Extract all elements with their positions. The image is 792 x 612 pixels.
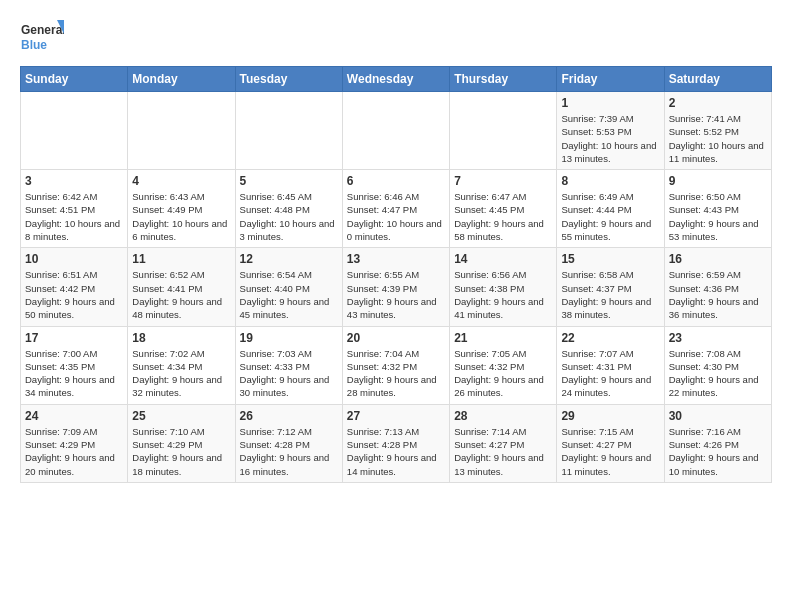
calendar-cell: 19Sunrise: 7:03 AM Sunset: 4:33 PM Dayli… — [235, 326, 342, 404]
calendar-cell: 26Sunrise: 7:12 AM Sunset: 4:28 PM Dayli… — [235, 404, 342, 482]
calendar-cell — [235, 92, 342, 170]
day-number: 4 — [132, 174, 230, 188]
weekday-header-thursday: Thursday — [450, 67, 557, 92]
calendar-cell: 18Sunrise: 7:02 AM Sunset: 4:34 PM Dayli… — [128, 326, 235, 404]
day-number: 22 — [561, 331, 659, 345]
day-number: 8 — [561, 174, 659, 188]
weekday-header-row: SundayMondayTuesdayWednesdayThursdayFrid… — [21, 67, 772, 92]
weekday-header-monday: Monday — [128, 67, 235, 92]
day-info: Sunrise: 7:00 AM Sunset: 4:35 PM Dayligh… — [25, 347, 123, 400]
day-info: Sunrise: 6:46 AM Sunset: 4:47 PM Dayligh… — [347, 190, 445, 243]
calendar-cell: 5Sunrise: 6:45 AM Sunset: 4:48 PM Daylig… — [235, 170, 342, 248]
svg-text:Blue: Blue — [21, 38, 47, 52]
calendar-cell: 16Sunrise: 6:59 AM Sunset: 4:36 PM Dayli… — [664, 248, 771, 326]
week-row-5: 24Sunrise: 7:09 AM Sunset: 4:29 PM Dayli… — [21, 404, 772, 482]
weekday-header-tuesday: Tuesday — [235, 67, 342, 92]
day-number: 15 — [561, 252, 659, 266]
day-number: 24 — [25, 409, 123, 423]
day-info: Sunrise: 7:39 AM Sunset: 5:53 PM Dayligh… — [561, 112, 659, 165]
calendar-cell: 20Sunrise: 7:04 AM Sunset: 4:32 PM Dayli… — [342, 326, 449, 404]
day-number: 9 — [669, 174, 767, 188]
day-number: 18 — [132, 331, 230, 345]
day-info: Sunrise: 6:42 AM Sunset: 4:51 PM Dayligh… — [25, 190, 123, 243]
calendar-cell: 4Sunrise: 6:43 AM Sunset: 4:49 PM Daylig… — [128, 170, 235, 248]
calendar-cell: 30Sunrise: 7:16 AM Sunset: 4:26 PM Dayli… — [664, 404, 771, 482]
day-number: 13 — [347, 252, 445, 266]
day-info: Sunrise: 7:07 AM Sunset: 4:31 PM Dayligh… — [561, 347, 659, 400]
calendar-cell: 29Sunrise: 7:15 AM Sunset: 4:27 PM Dayli… — [557, 404, 664, 482]
day-info: Sunrise: 6:54 AM Sunset: 4:40 PM Dayligh… — [240, 268, 338, 321]
day-info: Sunrise: 6:59 AM Sunset: 4:36 PM Dayligh… — [669, 268, 767, 321]
day-number: 7 — [454, 174, 552, 188]
day-info: Sunrise: 7:16 AM Sunset: 4:26 PM Dayligh… — [669, 425, 767, 478]
calendar-cell: 3Sunrise: 6:42 AM Sunset: 4:51 PM Daylig… — [21, 170, 128, 248]
calendar-table: SundayMondayTuesdayWednesdayThursdayFrid… — [20, 66, 772, 483]
svg-text:General: General — [21, 23, 64, 37]
calendar-cell: 22Sunrise: 7:07 AM Sunset: 4:31 PM Dayli… — [557, 326, 664, 404]
weekday-header-saturday: Saturday — [664, 67, 771, 92]
day-number: 6 — [347, 174, 445, 188]
day-number: 1 — [561, 96, 659, 110]
calendar-cell: 11Sunrise: 6:52 AM Sunset: 4:41 PM Dayli… — [128, 248, 235, 326]
day-info: Sunrise: 6:45 AM Sunset: 4:48 PM Dayligh… — [240, 190, 338, 243]
day-info: Sunrise: 7:12 AM Sunset: 4:28 PM Dayligh… — [240, 425, 338, 478]
day-number: 30 — [669, 409, 767, 423]
calendar-cell: 15Sunrise: 6:58 AM Sunset: 4:37 PM Dayli… — [557, 248, 664, 326]
day-number: 11 — [132, 252, 230, 266]
day-number: 25 — [132, 409, 230, 423]
day-number: 10 — [25, 252, 123, 266]
day-number: 26 — [240, 409, 338, 423]
day-info: Sunrise: 7:03 AM Sunset: 4:33 PM Dayligh… — [240, 347, 338, 400]
page-container: General Blue SundayMondayTuesdayWednesda… — [0, 0, 792, 493]
day-info: Sunrise: 6:52 AM Sunset: 4:41 PM Dayligh… — [132, 268, 230, 321]
week-row-1: 1Sunrise: 7:39 AM Sunset: 5:53 PM Daylig… — [21, 92, 772, 170]
calendar-cell: 2Sunrise: 7:41 AM Sunset: 5:52 PM Daylig… — [664, 92, 771, 170]
calendar-cell: 8Sunrise: 6:49 AM Sunset: 4:44 PM Daylig… — [557, 170, 664, 248]
day-info: Sunrise: 7:09 AM Sunset: 4:29 PM Dayligh… — [25, 425, 123, 478]
week-row-2: 3Sunrise: 6:42 AM Sunset: 4:51 PM Daylig… — [21, 170, 772, 248]
day-info: Sunrise: 6:58 AM Sunset: 4:37 PM Dayligh… — [561, 268, 659, 321]
calendar-cell: 6Sunrise: 6:46 AM Sunset: 4:47 PM Daylig… — [342, 170, 449, 248]
day-number: 2 — [669, 96, 767, 110]
day-info: Sunrise: 6:55 AM Sunset: 4:39 PM Dayligh… — [347, 268, 445, 321]
day-info: Sunrise: 7:13 AM Sunset: 4:28 PM Dayligh… — [347, 425, 445, 478]
day-number: 16 — [669, 252, 767, 266]
calendar-cell: 21Sunrise: 7:05 AM Sunset: 4:32 PM Dayli… — [450, 326, 557, 404]
day-info: Sunrise: 6:47 AM Sunset: 4:45 PM Dayligh… — [454, 190, 552, 243]
day-info: Sunrise: 7:15 AM Sunset: 4:27 PM Dayligh… — [561, 425, 659, 478]
day-number: 3 — [25, 174, 123, 188]
calendar-cell — [450, 92, 557, 170]
day-info: Sunrise: 7:41 AM Sunset: 5:52 PM Dayligh… — [669, 112, 767, 165]
day-number: 27 — [347, 409, 445, 423]
logo: General Blue — [20, 16, 64, 60]
day-info: Sunrise: 7:02 AM Sunset: 4:34 PM Dayligh… — [132, 347, 230, 400]
day-number: 29 — [561, 409, 659, 423]
calendar-cell: 10Sunrise: 6:51 AM Sunset: 4:42 PM Dayli… — [21, 248, 128, 326]
day-info: Sunrise: 6:51 AM Sunset: 4:42 PM Dayligh… — [25, 268, 123, 321]
calendar-cell: 9Sunrise: 6:50 AM Sunset: 4:43 PM Daylig… — [664, 170, 771, 248]
day-number: 12 — [240, 252, 338, 266]
day-number: 17 — [25, 331, 123, 345]
day-number: 28 — [454, 409, 552, 423]
week-row-4: 17Sunrise: 7:00 AM Sunset: 4:35 PM Dayli… — [21, 326, 772, 404]
day-number: 5 — [240, 174, 338, 188]
calendar-cell: 14Sunrise: 6:56 AM Sunset: 4:38 PM Dayli… — [450, 248, 557, 326]
day-info: Sunrise: 7:05 AM Sunset: 4:32 PM Dayligh… — [454, 347, 552, 400]
day-number: 20 — [347, 331, 445, 345]
calendar-cell: 24Sunrise: 7:09 AM Sunset: 4:29 PM Dayli… — [21, 404, 128, 482]
calendar-cell: 12Sunrise: 6:54 AM Sunset: 4:40 PM Dayli… — [235, 248, 342, 326]
calendar-cell: 25Sunrise: 7:10 AM Sunset: 4:29 PM Dayli… — [128, 404, 235, 482]
logo-svg: General Blue — [20, 16, 64, 60]
calendar-cell: 17Sunrise: 7:00 AM Sunset: 4:35 PM Dayli… — [21, 326, 128, 404]
calendar-cell: 13Sunrise: 6:55 AM Sunset: 4:39 PM Dayli… — [342, 248, 449, 326]
calendar-cell: 28Sunrise: 7:14 AM Sunset: 4:27 PM Dayli… — [450, 404, 557, 482]
weekday-header-wednesday: Wednesday — [342, 67, 449, 92]
day-number: 14 — [454, 252, 552, 266]
calendar-cell — [128, 92, 235, 170]
day-number: 21 — [454, 331, 552, 345]
day-info: Sunrise: 6:43 AM Sunset: 4:49 PM Dayligh… — [132, 190, 230, 243]
weekday-header-sunday: Sunday — [21, 67, 128, 92]
header: General Blue — [20, 16, 772, 60]
day-info: Sunrise: 6:49 AM Sunset: 4:44 PM Dayligh… — [561, 190, 659, 243]
weekday-header-friday: Friday — [557, 67, 664, 92]
